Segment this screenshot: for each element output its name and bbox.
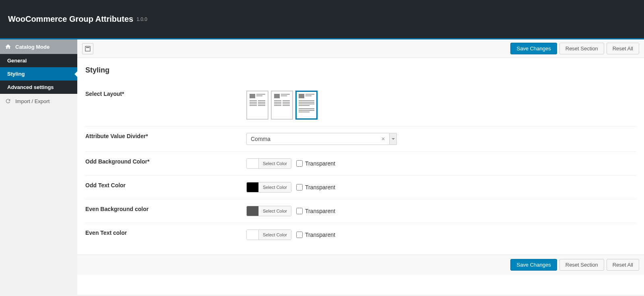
sidebar: Catalog Mode General Styling Advanced se… — [0, 39, 77, 295]
field-odd-bg: Odd Background Color* Select Color Trans… — [85, 152, 636, 176]
reset-section-button-bottom[interactable]: Reset Section — [559, 259, 604, 271]
color-swatch — [247, 159, 259, 168]
field-label: Odd Text Color — [85, 182, 246, 193]
app-title: WooCommerce Group Attributes — [8, 14, 133, 24]
layout-option-1[interactable] — [246, 91, 268, 120]
sidebar-item-label: Advanced settings — [7, 84, 54, 90]
refresh-icon — [5, 98, 11, 104]
color-swatch — [247, 230, 259, 240]
home-icon — [5, 43, 11, 50]
save-button-bottom[interactable]: Save Changes — [510, 259, 557, 271]
transparent-label[interactable]: Transparent — [305, 160, 335, 167]
sidebar-item-styling[interactable]: Styling — [0, 67, 77, 81]
sidebar-import-export[interactable]: Import / Export — [0, 94, 77, 108]
select-color-button[interactable]: Select Color — [259, 230, 291, 240]
field-even-text: Even Text color Select Color Transparent — [85, 223, 636, 246]
sidebar-item-general[interactable]: General — [0, 54, 77, 67]
even-text-color-picker[interactable]: Select Color — [246, 230, 291, 240]
field-select-layout: Select Layout* — [85, 84, 636, 126]
even-bg-transparent-checkbox[interactable] — [296, 208, 303, 214]
sidebar-item-label: Styling — [7, 71, 25, 77]
even-text-transparent-checkbox[interactable] — [296, 232, 303, 238]
field-label: Select Layout* — [85, 91, 246, 120]
transparent-label[interactable]: Transparent — [305, 184, 335, 190]
layout-option-2[interactable] — [271, 91, 293, 120]
sidebar-item-advanced[interactable]: Advanced settings — [0, 81, 77, 94]
save-button[interactable]: Save Changes — [510, 43, 557, 54]
panel-icon — [85, 46, 91, 52]
odd-text-transparent-checkbox[interactable] — [296, 184, 303, 190]
collapse-panel-button[interactable] — [82, 43, 93, 54]
svg-rect-1 — [86, 47, 89, 48]
sidebar-section-label: Catalog Mode — [15, 44, 50, 50]
toolbar-top: Save Changes Reset Section Reset All — [77, 39, 644, 58]
sidebar-import-label: Import / Export — [15, 98, 50, 104]
field-label: Even Background color — [85, 206, 246, 216]
sidebar-section-catalog[interactable]: Catalog Mode — [0, 39, 77, 54]
main-panel: Save Changes Reset Section Reset All Sty… — [77, 39, 644, 295]
header: WooCommerce Group Attributes 1.0.0 — [0, 0, 644, 39]
toolbar-bottom: Save Changes Reset Section Reset All — [77, 255, 644, 275]
svg-rect-0 — [85, 46, 90, 51]
select-clear-icon[interactable]: ✕ — [381, 136, 385, 142]
reset-all-button[interactable]: Reset All — [607, 43, 639, 54]
field-label: Attribute Value Divider* — [85, 133, 246, 145]
transparent-label[interactable]: Transparent — [305, 208, 335, 214]
select-color-button[interactable]: Select Color — [259, 206, 291, 216]
layout-thumbs — [246, 91, 318, 120]
odd-bg-color-picker[interactable]: Select Color — [246, 158, 291, 169]
color-swatch — [247, 182, 259, 192]
field-even-bg: Even Background color Select Color Trans… — [85, 199, 636, 223]
divider-select[interactable]: Comma ✕ — [246, 133, 397, 145]
content: Styling Select Layout* — [77, 58, 644, 255]
color-swatch — [247, 206, 259, 216]
section-title: Styling — [85, 66, 636, 75]
transparent-label[interactable]: Transparent — [305, 232, 335, 238]
even-bg-color-picker[interactable]: Select Color — [246, 206, 291, 216]
select-color-button[interactable]: Select Color — [259, 159, 291, 168]
odd-bg-transparent-checkbox[interactable] — [296, 160, 303, 167]
layout-option-3[interactable] — [295, 91, 318, 120]
select-value: Comma — [251, 136, 270, 142]
app-version: 1.0.0 — [136, 17, 147, 22]
select-arrow-icon[interactable] — [390, 133, 397, 145]
reset-all-button-bottom[interactable]: Reset All — [607, 259, 639, 271]
field-divider: Attribute Value Divider* Comma ✕ — [85, 126, 636, 152]
sidebar-item-label: General — [7, 58, 27, 64]
odd-text-color-picker[interactable]: Select Color — [246, 182, 291, 193]
field-label: Odd Background Color* — [85, 158, 246, 169]
field-odd-text: Odd Text Color Select Color Transparent — [85, 176, 636, 199]
field-label: Even Text color — [85, 230, 246, 240]
select-color-button[interactable]: Select Color — [259, 182, 291, 192]
reset-section-button[interactable]: Reset Section — [559, 43, 604, 54]
